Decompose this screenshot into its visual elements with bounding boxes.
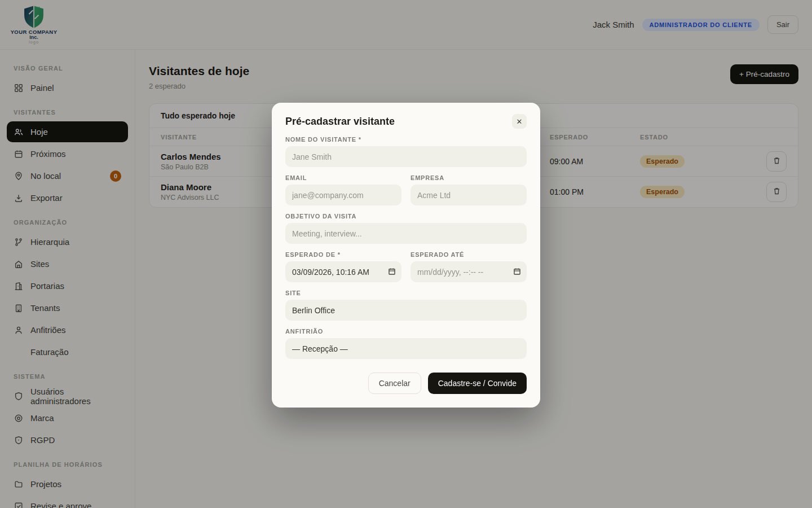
site-select[interactable]: Berlin Office	[285, 300, 527, 321]
visitor-name-input[interactable]	[285, 146, 527, 167]
purpose-field-label: OBJETIVO DA VISITA	[285, 213, 527, 220]
close-icon: ✕	[517, 117, 523, 126]
expected-from-input[interactable]	[285, 261, 401, 282]
visit-purpose-input[interactable]	[285, 223, 527, 244]
email-field-label: EMAIL	[285, 174, 401, 181]
expected-until-input[interactable]	[411, 261, 527, 282]
calendar-icon[interactable]	[513, 268, 521, 278]
company-field-label: EMPRESA	[411, 174, 527, 181]
pre-register-modal: Pré-cadastrar visitante ✕ NOME DO VISITA…	[272, 103, 540, 408]
cancel-button[interactable]: Cancelar	[368, 373, 421, 394]
host-field-label: ANFITRIÃO	[285, 328, 527, 335]
modal-title: Pré-cadastrar visitante	[285, 116, 395, 128]
expected-from-label: ESPERADO DE *	[285, 251, 401, 258]
expected-until-label: ESPERADO ATÉ	[411, 251, 527, 258]
submit-button[interactable]: Cadastre-se / Convide	[428, 373, 527, 394]
site-field-label: SITE	[285, 290, 527, 296]
email-input[interactable]	[285, 185, 401, 205]
close-button[interactable]: ✕	[512, 114, 527, 129]
host-select[interactable]: — Recepção —	[285, 338, 527, 359]
calendar-icon[interactable]	[388, 268, 396, 278]
company-input[interactable]	[411, 185, 527, 205]
name-field-label: NOME DO VISITANTE *	[285, 136, 527, 143]
